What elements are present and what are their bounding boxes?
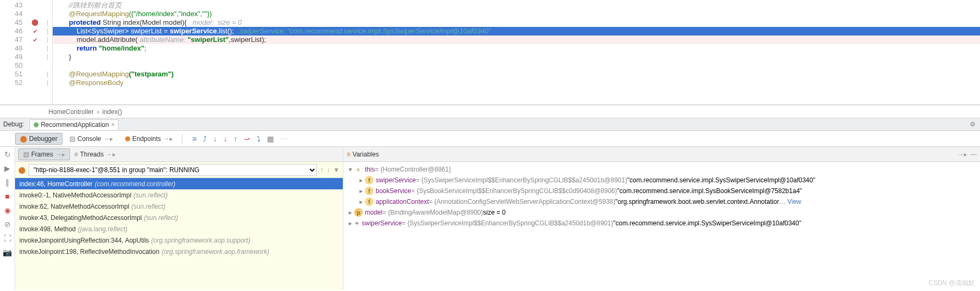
layout-icon[interactable]: ⛶ [4, 234, 11, 243]
mute-breakpoints-icon[interactable]: ⊘ [4, 220, 11, 229]
gear-icon[interactable]: ⚙ [970, 120, 976, 128]
code-editor[interactable]: 43444546474849505152 ✔ ✔ │││││││ //跳转到前台… [0, 0, 980, 105]
frames-panel: ▤Frames→▸ ≡Threads→▸ ⬤ "http-nio-8188-ex… [15, 147, 343, 290]
check-icon: ✔ [33, 28, 38, 35]
run-to-cursor-icon[interactable]: ⤵ [257, 134, 260, 143]
var-row[interactable]: ▸⚭swiperService = {SysSwiperServiceImpl$… [347, 218, 977, 229]
field-icon: f [365, 197, 373, 206]
run-config-tab[interactable]: ⬣ RecommendApplication × [30, 119, 119, 130]
step-out-icon[interactable]: ↑ [234, 134, 237, 143]
frame-item[interactable]: invoke:498, Method (java.lang.reflect) [15, 223, 343, 235]
frame-item[interactable]: invoke0:-1, NativeMethodAccessorImpl (su… [15, 189, 343, 201]
tab-threads[interactable]: ≡Threads→▸ [70, 149, 120, 160]
stack-icon: ≡ [354, 165, 363, 174]
rerun-icon[interactable]: ↻ [4, 150, 11, 159]
variables-icon: ≡ [347, 151, 350, 158]
debug-side-toolbar: ↻ ▶ ‖ ■ ◉ ⊘ ⛶ 📷 [0, 147, 15, 290]
gutter: 43444546474849505152 [0, 0, 27, 104]
fold-column: │││││││ [43, 0, 53, 104]
next-frame-icon[interactable]: ↓ [327, 166, 330, 174]
var-row[interactable]: ▸fbookService = {SysBookServiceImpl$$Enh… [347, 186, 977, 196]
filter-icon[interactable]: ▼ [333, 166, 340, 174]
breadcrumb-method[interactable]: index() [102, 108, 122, 116]
view-link[interactable]: … View [779, 198, 801, 205]
step-over-icon[interactable]: ≡ [192, 134, 196, 143]
gutter-markers: ✔ ✔ [27, 0, 43, 104]
field-icon: f [365, 187, 373, 195]
close-icon[interactable]: × [111, 121, 115, 129]
code-area[interactable]: //跳转到前台首页 @RequestMapping({"/home/index"… [53, 0, 980, 104]
debug-label: Debug: [3, 120, 24, 128]
evaluate-icon[interactable]: ▦ [267, 134, 274, 143]
thread-selector-row: ⬤ "http-nio-8188-exec-1"@8,551 in group … [15, 162, 343, 178]
watermark: CSDN @流烟默 [928, 279, 975, 288]
comment: //跳转到前台首页 [69, 1, 122, 9]
frame-item[interactable]: invoke:43, DelegatingMethodAccessorImpl … [15, 212, 343, 223]
var-row[interactable]: ▸fapplicationContext = {AnnotationConfig… [347, 196, 977, 207]
breakpoint-icon[interactable] [32, 19, 38, 26]
resume-icon[interactable]: ▶ [4, 164, 10, 173]
chevron-icon: › [97, 108, 99, 116]
breadcrumb[interactable]: HomeController › index() [0, 105, 980, 118]
thread-icon: ⬤ [18, 166, 25, 174]
current-exec-line: List<SysSwiper> swiperList = swiperServi… [53, 27, 980, 36]
app-icon: ⬣ [33, 121, 39, 129]
param-icon: p [354, 208, 363, 217]
frame-list[interactable]: index:46, HomeController (com.recommend.… [15, 178, 343, 290]
variables-title: Variables [352, 151, 379, 158]
frame-item[interactable]: invokeJoinpointUsingReflection:344, AopU… [15, 235, 343, 246]
pause-icon[interactable]: ‖ [5, 178, 9, 187]
hide-icon[interactable]: — [970, 151, 977, 158]
step-icon[interactable]: ⤴ [203, 134, 207, 143]
frame-item[interactable]: index:46, HomeController (com.recommend.… [15, 178, 343, 189]
link-icon: ⚭ [354, 219, 359, 227]
stop-icon[interactable]: ■ [5, 192, 9, 201]
tab-frames[interactable]: ▤Frames→▸ [18, 148, 70, 160]
debug-lower: ↻ ▶ ‖ ■ ◉ ⊘ ⛶ 📷 ▤Frames→▸ ≡Threads→▸ ⬤ "… [0, 147, 980, 290]
drop-frame-icon[interactable]: ⤻ [244, 134, 250, 143]
variables-list[interactable]: ▾≡this = {HomeController@8861} ▸fswiperS… [343, 162, 980, 290]
breadcrumb-class[interactable]: HomeController [48, 108, 94, 116]
tab-console[interactable]: ▤Console→▸ [65, 133, 118, 145]
more-icon[interactable]: ⋯ [280, 134, 288, 143]
camera-icon[interactable]: 📷 [3, 248, 12, 257]
var-row[interactable]: ▸pmodel = {BindingAwareModelMap@8900} si… [347, 207, 977, 218]
debug-sub-toolbar: ⬤Debugger ▤Console→▸ ⬣Endpoints→▸ ≡ ⤴ ↓ … [0, 131, 980, 147]
view-breakpoints-icon[interactable]: ◉ [4, 206, 11, 215]
field-icon: f [365, 176, 373, 184]
frame-item[interactable]: invoke:62, NativeMethodAccessorImpl (sun… [15, 201, 343, 212]
variables-panel: ≡ Variables →▸— ▾≡this = {HomeController… [343, 147, 980, 290]
check-icon: ✔ [33, 37, 38, 44]
var-row[interactable]: ▸fswiperService = {SysSwiperServiceImpl$… [347, 175, 977, 186]
step-into-icon[interactable]: ↓ [213, 134, 217, 143]
debug-toolbar: Debug: ⬣ RecommendApplication × ⚙ [0, 118, 980, 131]
frame-item[interactable]: invokeJoinpoint:198, ReflectiveMethodInv… [15, 246, 343, 257]
tab-debugger[interactable]: ⬤Debugger [15, 133, 62, 145]
thread-select[interactable]: "http-nio-8188-exec-1"@8,551 in group "m… [29, 164, 317, 176]
force-step-icon[interactable]: ↓ [223, 134, 227, 143]
var-row[interactable]: ▾≡this = {HomeController@8861} [347, 164, 977, 175]
tab-endpoints[interactable]: ⬣Endpoints→▸ [120, 133, 178, 145]
minimize-icon[interactable]: →▸ [957, 151, 967, 158]
prev-frame-icon[interactable]: ↑ [320, 166, 323, 174]
